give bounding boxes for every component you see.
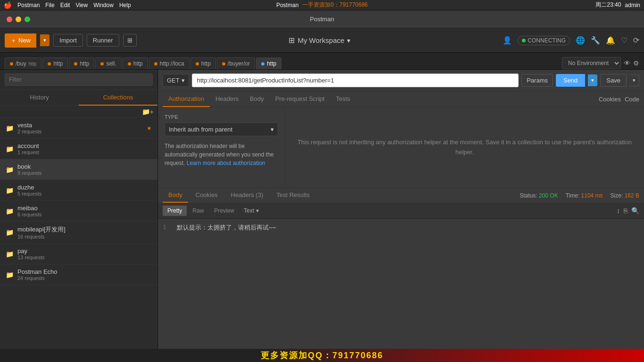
collection-name-meibao: meibao xyxy=(17,205,152,212)
tab-2[interactable]: http xyxy=(69,58,94,69)
workspace-grid-icon: ⊞ xyxy=(289,36,295,45)
save-dropdown-button[interactable]: ▾ xyxy=(629,74,639,86)
window-title: Postman xyxy=(310,16,334,23)
params-button[interactable]: Params xyxy=(521,74,553,87)
import-button[interactable]: Import xyxy=(53,34,83,47)
collection-name-mobileapi: mobileapi[开发用] xyxy=(17,225,152,234)
send-dropdown-button[interactable]: ▾ xyxy=(588,74,597,86)
toolbar-center: ⊞ My Workspace ▾ xyxy=(140,36,499,45)
builder-button[interactable]: ⊞ xyxy=(123,34,137,47)
body-format-label: Text xyxy=(244,207,254,214)
collection-item-duzhe[interactable]: 📁 duzhe 5 requests xyxy=(0,180,157,201)
new-button[interactable]: ＋ New xyxy=(5,33,36,48)
wrench-icon[interactable]: 🔧 xyxy=(591,36,600,45)
req-tab-headers[interactable]: Headers xyxy=(210,91,244,107)
req-tab-authorization[interactable]: Authorization xyxy=(163,91,210,107)
menu-view[interactable]: View xyxy=(75,2,88,8)
resp-tab-test-results[interactable]: Test Results xyxy=(271,188,315,203)
env-dropdown[interactable]: No Environment xyxy=(562,57,621,69)
body-tab-raw[interactable]: Raw xyxy=(188,206,208,216)
collection-count-book: 9 requests xyxy=(17,170,152,176)
cookies-link[interactable]: Cookies xyxy=(599,96,621,103)
traffic-light-close[interactable] xyxy=(7,16,12,22)
bell-icon[interactable]: 🔔 xyxy=(606,36,615,45)
folder-icon-vesta: 📁 xyxy=(6,124,14,132)
collection-name-duzhe: duzhe xyxy=(17,184,152,191)
folder-icon-duzhe: 📁 xyxy=(6,187,14,194)
body-tab-pretty[interactable]: Pretty xyxy=(163,206,187,216)
workspace-chevron-icon: ▾ xyxy=(347,37,350,44)
auth-type-select[interactable]: Inherit auth from parent ▾ xyxy=(165,123,278,136)
menu-window[interactable]: Window xyxy=(93,2,114,8)
menu-help[interactable]: Help xyxy=(119,2,131,8)
response-body-tabs: Pretty Raw Preview Text ▾ ↕ ⎘ 🔍 xyxy=(158,203,644,219)
globe-icon[interactable]: 🌐 xyxy=(576,36,585,45)
env-selector: No Environment 👁 ⚙ xyxy=(562,57,639,69)
body-tab-preview[interactable]: Preview xyxy=(209,206,239,216)
bottom-watermark: 更多资源加QQ：791770686 xyxy=(0,349,644,362)
new-dropdown-button[interactable]: ▾ xyxy=(40,34,50,46)
content-area: GET ▾ Params Send ▾ Save ▾ Authorization… xyxy=(158,70,644,349)
tab-0[interactable]: /buy http xyxy=(5,58,41,69)
request-bar: GET ▾ Params Send ▾ Save ▾ xyxy=(158,70,644,91)
auth-left: TYPE Inherit auth from parent ▾ The auth… xyxy=(158,107,285,188)
collection-item-vesta[interactable]: 📁 vesta 2 requests ★ xyxy=(0,118,157,139)
tab-3[interactable]: sell. xyxy=(95,58,121,69)
search-icon[interactable]: 🔍 xyxy=(631,207,639,214)
runner-button[interactable]: Runner xyxy=(87,34,119,47)
connecting-label: CONNECTING xyxy=(528,37,566,44)
tab-7[interactable]: /buyer/or xyxy=(217,58,255,69)
resp-tab-cookies[interactable]: Cookies xyxy=(190,188,223,203)
time-label: Time: 1104 ms xyxy=(566,192,603,199)
collection-item-book[interactable]: 📁 book 9 requests xyxy=(0,159,157,180)
auth-helper-text: This request is not inheriting any autho… xyxy=(295,138,635,157)
url-input[interactable] xyxy=(192,74,519,87)
settings-icon[interactable]: ⚙ xyxy=(633,59,639,67)
wrap-icon[interactable]: ↕ xyxy=(617,207,620,214)
auth-learn-more-link[interactable]: Learn more about authorization xyxy=(187,160,265,166)
folder-icon-account: 📁 xyxy=(6,145,14,153)
save-button[interactable]: Save xyxy=(600,74,627,87)
code-link[interactable]: Code xyxy=(625,96,639,103)
sync-icon[interactable]: ⟳ xyxy=(633,36,639,45)
main-toolbar: ＋ New ▾ Import Runner ⊞ ⊞ My Workspace ▾… xyxy=(0,28,644,53)
req-tab-prerequest[interactable]: Pre-request Script xyxy=(270,91,330,107)
folder-icon-postman-echo: 📁 xyxy=(6,271,14,279)
collection-item-postman-echo[interactable]: 📁 Postman Echo 24 requests xyxy=(0,264,157,285)
tab-6[interactable]: http xyxy=(190,58,216,69)
eye-icon[interactable]: 👁 xyxy=(624,59,630,67)
folder-icon-meibao: 📁 xyxy=(6,207,14,215)
workspace-name: My Workspace xyxy=(297,36,344,44)
resp-tab-body[interactable]: Body xyxy=(163,188,188,203)
collection-item-pay[interactable]: 📁 pay 13 requests xyxy=(0,244,157,264)
collection-item-account[interactable]: 📁 account 1 request xyxy=(0,139,157,159)
collection-item-mobileapi[interactable]: 📁 mobileapi[开发用] 16 requests xyxy=(0,222,157,244)
menu-file[interactable]: File xyxy=(45,2,54,8)
traffic-light-maximize[interactable] xyxy=(25,16,30,22)
connecting-badge: CONNECTING xyxy=(518,36,570,45)
copy-icon[interactable]: ⎘ xyxy=(624,207,627,214)
send-button[interactable]: Send xyxy=(556,74,585,87)
tab-5[interactable]: http://loca xyxy=(149,58,190,69)
method-select[interactable]: GET ▾ xyxy=(163,74,189,87)
req-tab-body[interactable]: Body xyxy=(244,91,270,107)
menu-edit[interactable]: Edit xyxy=(60,2,70,8)
workspace-button[interactable]: My Workspace ▾ xyxy=(297,36,350,44)
tab-1[interactable]: http xyxy=(42,58,68,69)
traffic-light-minimize[interactable] xyxy=(16,16,21,22)
heart-icon[interactable]: ♡ xyxy=(621,36,627,45)
method-chevron-icon: ▾ xyxy=(182,77,185,84)
add-folder-button[interactable]: 📁+ xyxy=(142,108,154,115)
collection-count-postman-echo: 24 requests xyxy=(17,275,152,281)
body-format-selector[interactable]: Text ▾ xyxy=(244,207,259,214)
collection-count-mobileapi: 16 requests xyxy=(17,234,152,239)
tab-8[interactable]: http xyxy=(256,58,281,69)
sidebar-tab-collections[interactable]: Collections xyxy=(79,90,157,106)
sidebar-tab-history[interactable]: History xyxy=(0,90,79,106)
req-tab-tests[interactable]: Tests xyxy=(330,91,355,107)
tab-4[interactable]: http xyxy=(123,58,148,69)
line-number: 1 xyxy=(163,223,166,230)
collection-item-meibao[interactable]: 📁 meibao 6 requests xyxy=(0,201,157,222)
resp-tab-headers[interactable]: Headers (3) xyxy=(225,188,269,203)
search-input[interactable] xyxy=(5,74,153,86)
